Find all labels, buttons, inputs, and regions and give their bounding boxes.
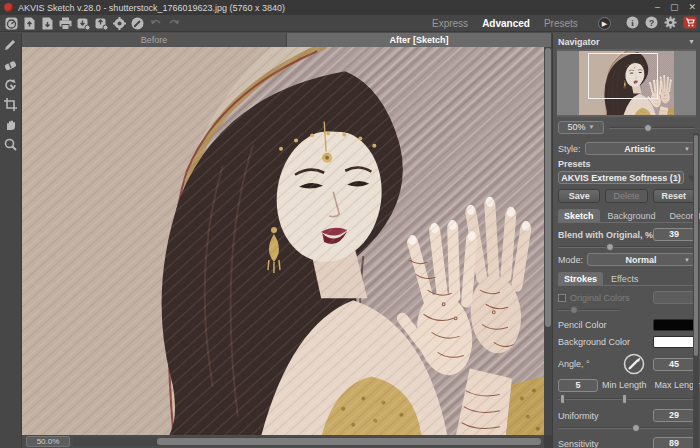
sensitivity-value[interactable]: 89 <box>653 437 695 448</box>
blend-label: Blend with Original, % <box>558 230 653 240</box>
canvas-area: Before After [Sketch] 50.0% <box>22 33 552 448</box>
min-length-label: Min Length <box>602 380 647 390</box>
save-preset-button[interactable]: Save <box>558 189 600 203</box>
presets-label: Presets <box>558 159 695 170</box>
zoom-level-dropdown[interactable]: 50%▼ <box>558 121 604 134</box>
canvas-vertical-scrollbar[interactable] <box>544 47 552 435</box>
hscroll-thumb[interactable] <box>157 438 541 445</box>
style-dropdown[interactable]: Artistic▼ <box>585 142 695 155</box>
original-colors-label: Original Colors <box>570 293 649 303</box>
original-colors-slider <box>558 305 620 314</box>
navigator-title: Navigator <box>558 37 600 47</box>
hand-tool-icon[interactable] <box>3 117 19 131</box>
tab-after-sketch[interactable]: After [Sketch] <box>287 33 552 47</box>
navigator-header[interactable]: Navigator ▼ <box>558 35 695 48</box>
settings-gear-icon[interactable] <box>663 16 678 29</box>
angle-value[interactable]: 45 <box>653 358 695 371</box>
tab-background[interactable]: Background <box>602 209 662 222</box>
blend-slider[interactable] <box>558 242 695 251</box>
reset-button[interactable]: Reset <box>653 189 695 203</box>
zoom-tool-icon[interactable] <box>3 137 19 151</box>
tab-sketch[interactable]: Sketch <box>558 209 600 222</box>
mode-label: Mode: <box>558 255 583 265</box>
length-range-slider[interactable] <box>558 394 695 404</box>
navigator-collapse-icon[interactable]: ▼ <box>688 38 695 45</box>
sketch-portrait-image <box>22 47 544 435</box>
settings-panel: Navigator ▼ 50%▼ Style: <box>552 33 700 448</box>
angle-dial-icon[interactable] <box>623 353 645 375</box>
minimize-button[interactable]: – <box>655 3 660 12</box>
title-bar: AKVIS Sketch v.28.0 - shutterstock_17660… <box>0 0 700 15</box>
print-icon[interactable] <box>58 17 73 30</box>
tool-strip <box>0 33 22 448</box>
redo-icon <box>166 17 181 30</box>
canvas-zoom-indicator: 50.0% <box>26 436 70 447</box>
panel-scrollbar[interactable] <box>693 133 699 448</box>
help-icon[interactable]: ? <box>644 16 659 29</box>
style-label: Style: <box>558 144 581 154</box>
svg-text:?: ? <box>649 18 655 28</box>
min-length-value[interactable]: 5 <box>558 379 598 392</box>
tab-effects[interactable]: Effects <box>605 272 644 285</box>
maximize-button[interactable]: ▢ <box>670 3 679 12</box>
original-colors-value <box>653 291 695 304</box>
window-title: AKVIS Sketch v.28.0 - shutterstock_17660… <box>18 3 285 13</box>
app-logo-icon <box>4 3 13 12</box>
info-icon[interactable]: i <box>625 16 640 29</box>
history-brush-tool-icon[interactable] <box>3 77 19 91</box>
pencil-tool-icon[interactable] <box>3 37 19 51</box>
blend-value[interactable]: 39 <box>653 228 695 241</box>
run-button[interactable]: ▶ <box>598 17 611 30</box>
canvas-horizontal-scrollbar[interactable]: 50.0% <box>22 435 544 448</box>
tab-strokes[interactable]: Strokes <box>558 272 603 285</box>
background-color-label: Background Color <box>558 337 653 347</box>
tab-before[interactable]: Before <box>22 33 287 47</box>
workspace-tab-advanced[interactable]: Advanced <box>482 18 530 29</box>
quick-launch-icon[interactable] <box>4 17 19 30</box>
angle-label: Angle, ° <box>558 359 623 369</box>
uniformity-label: Uniformity <box>558 411 653 421</box>
delete-preset-button: Delete <box>605 189 647 203</box>
uniformity-value[interactable]: 29 <box>653 409 695 422</box>
pencil-color-swatch[interactable] <box>653 319 695 331</box>
min-length-handle[interactable] <box>560 394 565 404</box>
navigator-thumbnail[interactable] <box>557 49 696 117</box>
navigator-right-pad <box>674 51 696 115</box>
zoom-slider[interactable] <box>609 123 695 132</box>
export-presets-icon[interactable] <box>94 17 109 30</box>
preset-dropdown[interactable]: AKVIS Extreme Softness (1)▼ <box>558 171 684 184</box>
mode-value: Normal <box>588 255 694 265</box>
style-value: Artistic <box>586 144 694 154</box>
eraser-tool-icon[interactable] <box>3 57 19 71</box>
close-button[interactable]: ✕ <box>688 3 696 12</box>
share-icon[interactable] <box>130 17 145 30</box>
pencil-color-label: Pencil Color <box>558 320 653 330</box>
preset-value: AKVIS Extreme Softness (1) <box>559 173 683 183</box>
uniformity-slider[interactable] <box>558 423 695 432</box>
background-color-swatch[interactable] <box>653 336 695 348</box>
workspace-tab-presets[interactable]: Presets <box>544 18 578 29</box>
main-toolbar: Express Advanced Presets ▶ i ? <box>0 15 700 32</box>
open-image-icon[interactable] <box>22 17 37 30</box>
navigator-view-rectangle[interactable] <box>588 53 658 99</box>
undo-icon <box>148 17 163 30</box>
mode-dropdown[interactable]: Normal▼ <box>587 253 695 266</box>
app-window: AKVIS Sketch v.28.0 - shutterstock_17660… <box>0 0 700 448</box>
sensitivity-label: Sensitivity <box>558 439 653 448</box>
workspace-tab-express[interactable]: Express <box>432 18 468 29</box>
original-colors-checkbox <box>558 294 566 302</box>
buy-cart-icon[interactable] <box>682 16 697 29</box>
zoom-level-value: 50% <box>568 122 586 132</box>
batch-processing-icon[interactable] <box>112 17 127 30</box>
import-presets-icon[interactable] <box>76 17 91 30</box>
max-length-handle[interactable] <box>622 394 627 404</box>
image-canvas[interactable] <box>22 47 544 435</box>
save-image-icon[interactable] <box>40 17 55 30</box>
navigator-left-pad <box>557 51 579 115</box>
crop-tool-icon[interactable] <box>3 97 19 111</box>
